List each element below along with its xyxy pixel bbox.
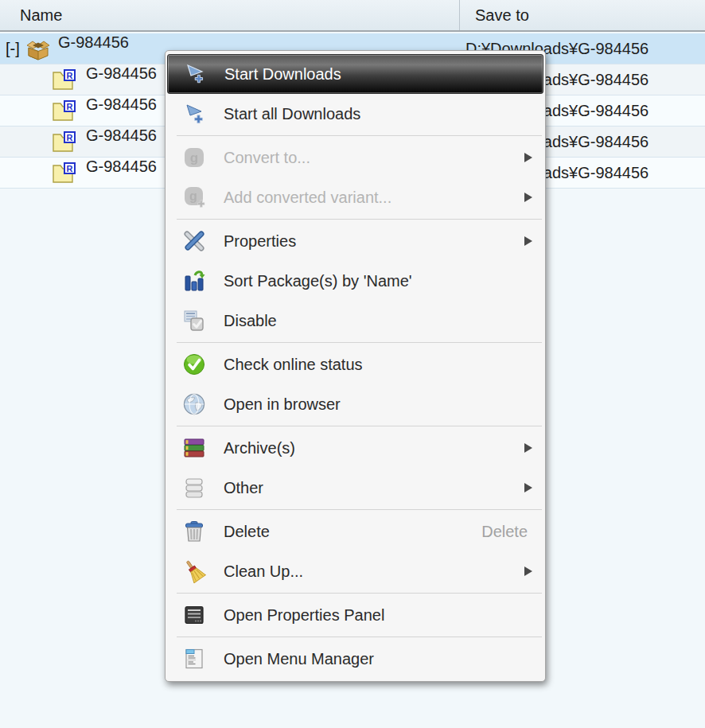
menu-item-label: Start all Downloads: [224, 105, 536, 123]
archives-icon: [181, 435, 208, 461]
svg-text:g: g: [189, 189, 197, 203]
package-name: G-984456: [58, 33, 129, 52]
open-in-browser-icon: [181, 391, 208, 417]
menu-item-label: Check online status: [224, 356, 536, 374]
context-menu: Start Downloads Start all Downloads g Co…: [165, 50, 546, 682]
menu-item-open-properties-panel[interactable]: Open Properties Panel: [166, 595, 545, 635]
menu-item-label: Add converted variant...: [224, 189, 524, 207]
menu-item-label: Archive(s): [224, 439, 524, 457]
open-properties-panel-icon: [181, 602, 208, 628]
svg-text:g: g: [190, 150, 198, 165]
check-online-status-icon: [181, 352, 208, 377]
menu-item-label: Sort Package(s) by 'Name': [224, 272, 536, 290]
menu-separator: [177, 509, 542, 510]
submenu-arrow-icon: [524, 236, 532, 246]
menu-item-clean-up[interactable]: Clean Up...: [166, 551, 545, 591]
table-header: Name Save to: [0, 0, 705, 32]
menu-item-add-converted-variant: g Add converted variant...: [166, 177, 545, 217]
menu-item-other[interactable]: Other: [166, 468, 545, 508]
menu-item-properties[interactable]: Properties: [166, 221, 545, 261]
column-header-save-to[interactable]: Save to: [475, 0, 529, 30]
submenu-arrow-icon: [524, 566, 532, 576]
column-separator[interactable]: [459, 0, 460, 30]
submenu-arrow-icon: [524, 443, 532, 453]
menu-item-sort-packages[interactable]: Sort Package(s) by 'Name': [166, 261, 545, 301]
menu-item-open-in-browser[interactable]: Open in browser: [166, 384, 545, 424]
submenu-arrow-icon: [524, 483, 532, 492]
menu-item-label: Clean Up...: [224, 563, 524, 581]
menu-item-label: Delete: [224, 523, 481, 541]
file-name: G-984456: [86, 158, 157, 176]
menu-item-delete[interactable]: Delete Delete: [166, 512, 545, 551]
menu-item-label: Convert to...: [224, 149, 524, 167]
submenu-arrow-icon: [524, 193, 532, 202]
menu-item-open-menu-manager[interactable]: Open Menu Manager: [166, 639, 545, 679]
file-name: G-984456: [86, 64, 157, 83]
rar-folder-icon: R: [51, 68, 78, 95]
add-converted-variant-icon: g: [181, 185, 208, 210]
package-box-icon: [25, 38, 51, 64]
rar-folder-icon: R: [51, 161, 78, 189]
file-name: G-984456: [86, 95, 157, 114]
menu-item-check-online-status[interactable]: Check online status: [166, 345, 545, 384]
properties-icon: [181, 228, 208, 254]
rar-folder-icon: R: [51, 99, 78, 127]
menu-item-label: Open Properties Panel: [224, 606, 536, 625]
menu-item-disable[interactable]: Disable: [166, 301, 545, 341]
menu-item-start-all-downloads[interactable]: Start all Downloads: [166, 94, 545, 134]
menu-item-shortcut: Delete: [481, 523, 528, 541]
menu-item-label: Open Menu Manager: [224, 650, 536, 668]
start-downloads-icon: [181, 61, 208, 87]
svg-text:R: R: [67, 102, 73, 111]
clean-up-icon: [181, 559, 208, 584]
svg-text:R: R: [67, 133, 73, 142]
collapse-expander[interactable]: [-]: [6, 33, 20, 64]
delete-icon: [181, 519, 208, 544]
svg-text:R: R: [67, 71, 73, 80]
menu-item-label: Properties: [224, 232, 524, 251]
menu-separator: [177, 219, 542, 220]
menu-separator: [177, 593, 542, 594]
menu-separator: [177, 637, 542, 637]
disable-icon: [181, 308, 208, 333]
menu-item-start-downloads[interactable]: Start Downloads: [167, 54, 543, 94]
other-icon: [181, 475, 208, 500]
convert-to-icon: g: [181, 145, 208, 170]
column-header-name[interactable]: Name: [20, 0, 62, 30]
menu-item-label: Start Downloads: [224, 65, 533, 84]
menu-item-label: Disable: [224, 312, 536, 330]
menu-item-label: Open in browser: [224, 395, 536, 414]
menu-item-convert-to: g Convert to...: [166, 138, 545, 177]
menu-item-label: Other: [224, 479, 524, 497]
menu-separator: [177, 426, 542, 426]
submenu-arrow-icon: [524, 153, 532, 162]
open-menu-manager-icon: [181, 646, 208, 672]
svg-text:R: R: [67, 164, 73, 173]
start-all-downloads-icon: [181, 101, 208, 127]
file-name: G-984456: [86, 127, 157, 145]
rar-folder-icon: R: [51, 130, 78, 158]
sort-icon: [181, 268, 208, 294]
menu-separator: [177, 342, 542, 343]
menu-item-archives[interactable]: Archive(s): [166, 428, 545, 468]
menu-separator: [177, 135, 542, 136]
